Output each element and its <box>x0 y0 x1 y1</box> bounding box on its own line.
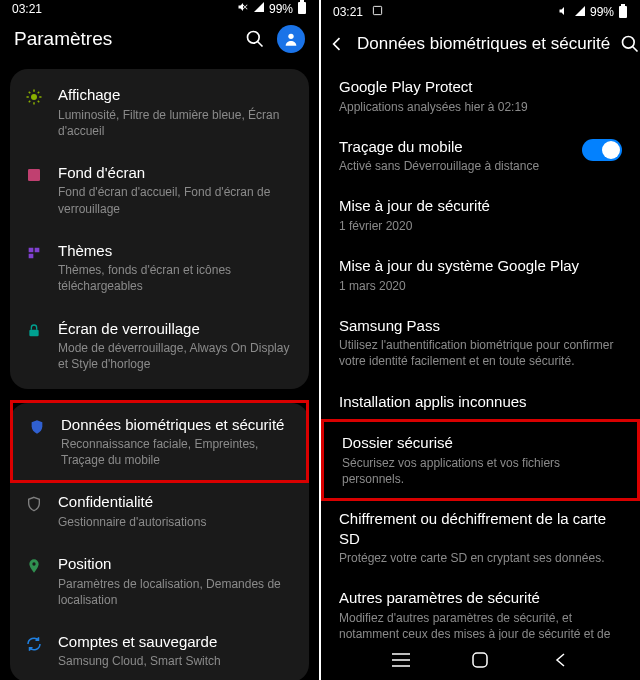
shield-icon <box>27 417 47 437</box>
nav-recents[interactable] <box>391 650 411 670</box>
svg-rect-15 <box>29 329 38 336</box>
item-title: Fond d'écran <box>58 163 295 183</box>
nav-home[interactable] <box>470 650 490 670</box>
status-right: 99% <box>237 0 307 17</box>
item-samsung-pass[interactable]: Samsung Pass Utilisez l'authentification… <box>321 305 640 381</box>
svg-point-16 <box>32 562 35 565</box>
settings-item-accounts[interactable]: Comptes et sauvegarde Samsung Cloud, Sma… <box>10 620 309 680</box>
wallpaper-icon <box>24 165 44 185</box>
location-icon <box>24 556 44 576</box>
item-sub: Gestionnaire d'autorisations <box>58 514 295 530</box>
themes-icon <box>24 243 44 263</box>
page-title: Paramètres <box>14 28 233 50</box>
battery-text: 99% <box>269 2 293 16</box>
settings-item-lockscreen[interactable]: Écran de verrouillage Mode de déverrouil… <box>10 307 309 385</box>
item-sub: 1 février 2020 <box>339 218 622 234</box>
item-secure-folder[interactable]: Dossier sécurisé Sécurisez vos applicati… <box>321 419 640 501</box>
status-right: 99% <box>558 4 628 21</box>
svg-rect-29 <box>473 653 487 667</box>
page-title: Données biométriques et sécurité <box>357 34 610 54</box>
item-sub: Samsung Cloud, Smart Switch <box>58 653 295 669</box>
svg-rect-0 <box>298 2 306 14</box>
signal-icon <box>574 5 586 20</box>
svg-rect-1 <box>300 0 304 2</box>
status-left: 03:21 <box>333 5 383 19</box>
phone-settings: 03:21 99% Paramètres <box>0 0 319 680</box>
mute-icon <box>558 5 570 20</box>
status-bar: 03:21 99% <box>0 0 319 17</box>
svg-rect-23 <box>621 4 625 6</box>
settings-header: Paramètres <box>0 17 319 65</box>
item-title: Position <box>58 554 295 574</box>
security-header: Données biométriques et sécurité <box>321 24 640 66</box>
svg-line-10 <box>29 92 31 94</box>
settings-card-1: Affichage Luminosité, Filtre de lumière … <box>10 69 309 389</box>
status-time: 03:21 <box>333 5 363 19</box>
svg-rect-21 <box>374 6 382 14</box>
svg-point-4 <box>288 34 293 39</box>
display-icon <box>24 87 44 107</box>
settings-item-themes[interactable]: Thèmes Thèmes, fonds d'écran et icônes t… <box>10 229 309 307</box>
item-sub: Mode de déverrouillage, Always On Displa… <box>58 340 295 372</box>
search-button[interactable] <box>243 27 267 51</box>
svg-line-3 <box>258 42 263 47</box>
item-sub: 1 mars 2020 <box>339 278 622 294</box>
item-title: Traçage du mobile <box>339 137 568 157</box>
item-title: Données biométriques et sécurité <box>61 415 292 435</box>
item-sub: Modifiez d'autres paramètres de sécurité… <box>339 610 622 640</box>
item-title: Mise à jour de sécurité <box>339 196 622 216</box>
item-sd-encrypt[interactable]: Chiffrement ou déchiffrement de la carte… <box>321 498 640 577</box>
lock-icon <box>24 321 44 341</box>
svg-rect-22 <box>619 6 627 18</box>
settings-item-privacy[interactable]: Confidentialité Gestionnaire d'autorisat… <box>10 480 309 542</box>
status-bar: 03:21 99% <box>321 0 640 24</box>
item-find-mobile[interactable]: Traçage du mobile Activé sans Déverrouil… <box>321 126 640 186</box>
item-security-update[interactable]: Mise à jour de sécurité 1 février 2020 <box>321 185 640 245</box>
account-avatar[interactable] <box>277 25 305 53</box>
svg-rect-14 <box>28 169 40 181</box>
item-sub: Utilisez l'authentification biométrique … <box>339 337 622 369</box>
item-title: Installation applis inconnues <box>339 392 622 412</box>
privacy-icon <box>24 494 44 514</box>
screenshot-icon <box>372 5 383 19</box>
item-title: Thèmes <box>58 241 295 261</box>
settings-item-wallpaper[interactable]: Fond d'écran Fond d'écran d'accueil, Fon… <box>10 151 309 229</box>
item-sub: Sécurisez vos applications et vos fichie… <box>342 455 619 487</box>
settings-item-biometrics[interactable]: Données biométriques et sécurité Reconna… <box>10 400 309 484</box>
item-sub: Reconnaissance faciale, Empreintes, Traç… <box>61 436 292 468</box>
battery-text: 99% <box>590 5 614 19</box>
item-play-protect[interactable]: Google Play Protect Applications analysé… <box>321 66 640 126</box>
item-sub: Luminosité, Filtre de lumière bleue, Écr… <box>58 107 295 139</box>
battery-icon <box>618 4 628 21</box>
nav-back[interactable] <box>550 650 570 670</box>
item-title: Samsung Pass <box>339 316 622 336</box>
item-title: Comptes et sauvegarde <box>58 632 295 652</box>
back-button[interactable] <box>327 32 347 56</box>
settings-item-display[interactable]: Affichage Luminosité, Filtre de lumière … <box>10 73 309 151</box>
search-button[interactable] <box>620 32 640 56</box>
svg-line-11 <box>38 101 40 103</box>
svg-point-5 <box>31 94 37 100</box>
svg-line-12 <box>29 101 31 103</box>
find-mobile-toggle[interactable] <box>582 139 622 161</box>
nav-bar <box>321 640 640 680</box>
item-play-update[interactable]: Mise à jour du système Google Play 1 mar… <box>321 245 640 305</box>
svg-point-24 <box>623 37 635 49</box>
svg-line-25 <box>633 47 638 52</box>
item-title: Chiffrement ou déchiffrement de la carte… <box>339 509 622 548</box>
item-sub: Thèmes, fonds d'écran et icônes téléchar… <box>58 262 295 294</box>
svg-point-2 <box>248 32 260 44</box>
item-title: Affichage <box>58 85 295 105</box>
item-other-security[interactable]: Autres paramètres de sécurité Modifiez d… <box>321 577 640 640</box>
item-title: Confidentialité <box>58 492 295 512</box>
item-unknown-apps[interactable]: Installation applis inconnues <box>321 381 640 423</box>
item-title: Dossier sécurisé <box>342 433 619 453</box>
item-title: Mise à jour du système Google Play <box>339 256 622 276</box>
svg-line-13 <box>38 92 40 94</box>
item-sub: Protégez votre carte SD en cryptant ses … <box>339 550 622 566</box>
item-sub: Paramètres de localisation, Demandes de … <box>58 576 295 608</box>
item-title: Google Play Protect <box>339 77 622 97</box>
settings-item-location[interactable]: Position Paramètres de localisation, Dem… <box>10 542 309 620</box>
settings-card-2: Données biométriques et sécurité Reconna… <box>10 403 309 681</box>
sync-icon <box>24 634 44 654</box>
